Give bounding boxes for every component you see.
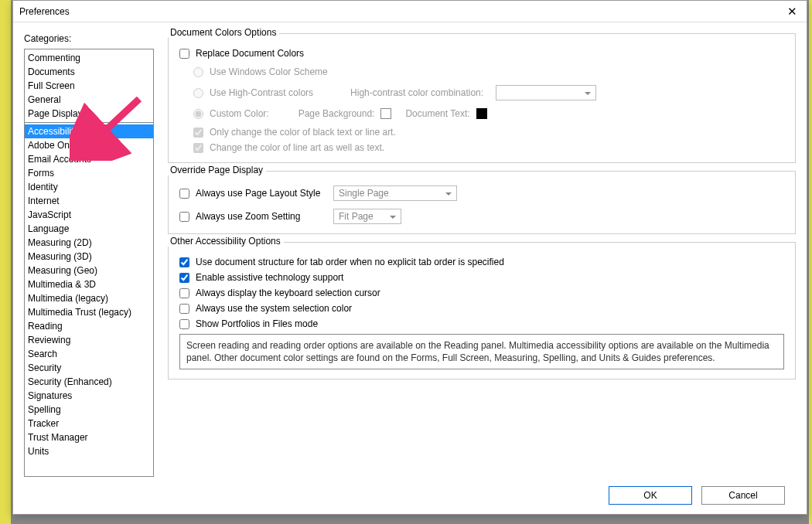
category-item[interactable]: Measuring (2D) [25,236,153,250]
category-item[interactable]: Security (Enhanced) [25,375,153,389]
category-item[interactable]: Identity [25,180,153,194]
category-item[interactable]: Adobe Online Services [25,138,153,152]
page-bg-swatch [380,108,391,119]
category-item[interactable]: Security [25,361,153,375]
zoom-select[interactable]: Fit Page [333,209,401,224]
tab-order-label: Use document structure for tab order whe… [196,257,504,267]
dialog-title: Preferences [19,6,70,17]
doc-text-swatch [476,108,487,119]
only-black-checkbox [193,128,203,138]
category-item[interactable]: Signatures [25,389,153,403]
tab-order-checkbox[interactable] [179,257,189,267]
category-item[interactable]: Full Screen [25,79,153,93]
other-accessibility-group: Other Accessibility Options Use document… [168,242,796,379]
line-art-checkbox [193,143,203,153]
category-item[interactable]: Trust Manager [25,430,153,444]
page-layout-select[interactable]: Single Page [333,185,457,201]
always-layout-checkbox[interactable] [179,189,189,199]
category-item[interactable]: Page Display [25,107,153,121]
line-art-label: Change the color of line art as well as … [210,142,384,153]
sys-color-checkbox[interactable] [179,304,189,314]
use-windows-radio [193,67,203,77]
category-item[interactable]: Reviewing [25,333,153,347]
highcontrast-combo [496,85,596,100]
always-layout-label: Always use Page Layout Style [196,188,327,199]
close-icon[interactable]: ✕ [784,3,800,20]
sys-color-label: Always use the system selection color [196,303,352,314]
override-page-display-group: Override Page Display Always use Page La… [168,171,796,234]
category-item[interactable]: General [25,93,153,107]
category-item[interactable]: Multimedia (legacy) [25,291,153,305]
cancel-button[interactable]: Cancel [701,486,785,505]
categories-listbox[interactable]: CommentingDocumentsFull ScreenGeneralPag… [24,49,154,477]
use-highcontrast-label: Use High-Contrast colors [210,87,313,98]
assistive-checkbox[interactable] [179,273,189,283]
portfolios-checkbox[interactable] [179,319,189,329]
category-item[interactable]: Email Accounts [25,152,153,166]
group-legend: Override Page Display [167,165,266,175]
category-item[interactable]: Language [25,222,153,236]
category-item[interactable]: Measuring (3D) [25,250,153,264]
use-highcontrast-radio [193,88,203,98]
assistive-label: Enable assistive technology support [196,272,343,283]
document-colors-group: Document Colors Options Replace Document… [168,33,796,163]
highcontrast-combo-label: High-contrast color combination: [350,87,483,98]
titlebar: Preferences ✕ [13,1,807,22]
always-zoom-checkbox[interactable] [179,212,189,222]
category-item[interactable]: Accessibility [25,124,153,138]
doc-text-label: Document Text: [405,108,469,119]
category-item[interactable]: Multimedia Trust (legacy) [25,305,153,319]
category-item[interactable]: JavaScript [25,208,153,222]
category-item[interactable]: Units [25,444,153,458]
category-item[interactable]: Search [25,347,153,361]
category-item[interactable]: Commenting [25,51,153,65]
only-black-label: Only change the color of black text or l… [210,127,396,138]
group-legend: Document Colors Options [167,27,279,38]
category-item[interactable]: Reading [25,319,153,333]
categories-label: Categories: [24,33,154,44]
kb-cursor-checkbox[interactable] [179,288,189,298]
category-item[interactable]: Forms [25,166,153,180]
category-item[interactable]: Documents [25,65,153,79]
custom-color-radio [193,109,203,119]
category-item[interactable]: Multimedia & 3D [25,277,153,291]
info-text: Screen reading and reading order options… [179,334,784,369]
use-windows-label: Use Windows Color Scheme [210,66,328,77]
page-bg-label: Page Background: [299,108,375,119]
category-item[interactable]: Tracker [25,417,153,430]
custom-color-label: Custom Color: [210,108,269,119]
always-zoom-label: Always use Zoom Setting [196,211,327,222]
portfolios-label: Show Portfolios in Files mode [196,318,318,329]
preferences-dialog: Preferences ✕ Categories: CommentingDocu… [12,0,807,515]
category-item[interactable]: Internet [25,194,153,208]
ok-button[interactable]: OK [609,486,692,505]
kb-cursor-label: Always display the keyboard selection cu… [196,288,380,298]
group-legend: Other Accessibility Options [167,236,284,247]
category-item[interactable]: Measuring (Geo) [25,264,153,277]
replace-doc-colors-label: Replace Document Colors [196,48,304,59]
category-item[interactable]: Spelling [25,403,153,417]
replace-doc-colors-checkbox[interactable] [179,49,189,59]
